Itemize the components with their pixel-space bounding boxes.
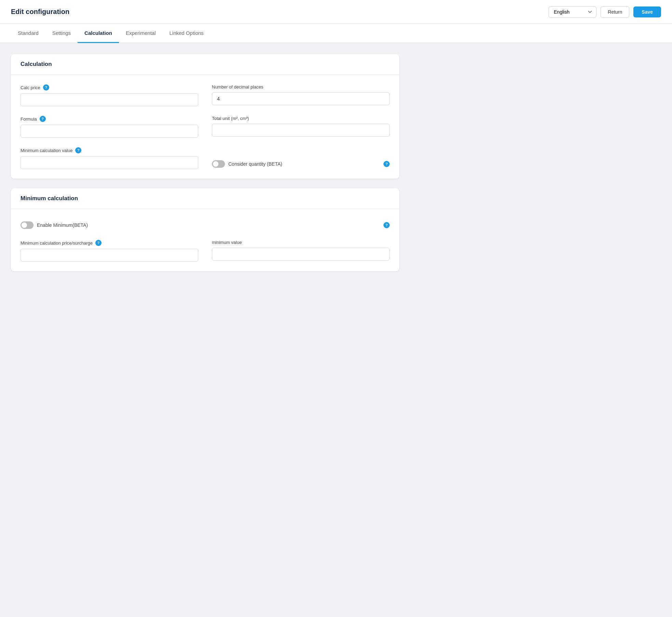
calculation-card-title: Calculation [21, 61, 52, 67]
decimal-places-label-row: Number of decimal places [212, 84, 390, 90]
minimum-calculation-card-header: Minimum calculation [11, 188, 399, 209]
total-unit-label: Total unit (m², cm²) [212, 116, 249, 121]
decimal-places-label: Number of decimal places [212, 84, 263, 90]
minimum-value-group: minimum value [212, 240, 390, 262]
enable-minimum-toggle-left: Enable Minimum(BETA) [21, 221, 88, 229]
tabs-bar: Standard Settings Calculation Experiment… [0, 24, 672, 43]
tab-linked-options[interactable]: Linked Options [163, 24, 211, 43]
formula-input[interactable] [21, 125, 198, 138]
header: Edit configuration English French German… [0, 0, 672, 24]
enable-minimum-help-icon[interactable]: ? [384, 222, 390, 228]
min-price-label: Minimum calculation price/surcharge [21, 241, 93, 246]
main-content: Calculation Calc price ? Number of decim… [0, 43, 410, 292]
consider-quantity-row: Consider quantity (BETA) ? [212, 160, 390, 168]
enable-minimum-toggle[interactable] [21, 221, 33, 229]
calculation-card-body: Calc price ? Number of decimal places Fo… [11, 75, 399, 179]
min-price-help-icon[interactable]: ? [95, 240, 102, 246]
calc-price-help-icon[interactable]: ? [43, 84, 49, 91]
total-unit-group: Total unit (m², cm²) [212, 116, 390, 138]
total-unit-label-row: Total unit (m², cm²) [212, 116, 390, 121]
tab-standard[interactable]: Standard [11, 24, 45, 43]
minimum-value-label-row: minimum value [212, 240, 390, 245]
decimal-places-group: Number of decimal places [212, 84, 390, 106]
min-calc-value-group: Minimum calculation value ? [21, 147, 198, 169]
min-calc-value-help-icon[interactable]: ? [75, 147, 81, 153]
formula-label-row: Formula ? [21, 116, 198, 122]
calc-price-input[interactable] [21, 93, 198, 106]
return-button[interactable]: Return [601, 6, 629, 18]
minimum-value-label: minimum value [212, 240, 242, 245]
calculation-card-header: Calculation [11, 54, 399, 75]
calculation-card: Calculation Calc price ? Number of decim… [11, 54, 399, 179]
tab-calculation[interactable]: Calculation [78, 24, 119, 43]
decimal-places-input[interactable] [212, 92, 390, 105]
formula-group: Formula ? [21, 116, 198, 138]
min-calc-value-input[interactable] [21, 156, 198, 169]
header-actions: English French German Spanish Return Sav… [549, 6, 661, 18]
min-calc-value-label: Minimum calculation value [21, 148, 72, 153]
enable-minimum-row: Enable Minimum(BETA) ? [21, 221, 390, 229]
calc-price-label: Calc price [21, 85, 40, 90]
minimum-value-input[interactable] [212, 248, 390, 261]
language-select[interactable]: English French German Spanish [549, 6, 596, 18]
formula-help-icon[interactable]: ? [40, 116, 46, 122]
min-price-input[interactable] [21, 249, 198, 262]
page-title: Edit configuration [11, 8, 69, 16]
formula-label: Formula [21, 116, 37, 122]
consider-quantity-toggle[interactable] [212, 160, 225, 168]
min-calc-value-label-row: Minimum calculation value ? [21, 147, 198, 153]
total-unit-input[interactable] [212, 124, 390, 137]
minimum-calculation-card-title: Minimum calculation [21, 195, 78, 202]
consider-quantity-help-icon[interactable]: ? [384, 161, 390, 167]
calculation-form-grid: Calc price ? Number of decimal places Fo… [21, 84, 390, 169]
enable-minimum-label: Enable Minimum(BETA) [37, 222, 88, 228]
consider-quantity-group: Consider quantity (BETA) ? [212, 147, 390, 169]
tab-settings[interactable]: Settings [45, 24, 78, 43]
tab-experimental[interactable]: Experimental [119, 24, 163, 43]
min-price-label-row: Minimum calculation price/surcharge ? [21, 240, 198, 246]
save-button[interactable]: Save [633, 6, 661, 17]
min-price-group: Minimum calculation price/surcharge ? [21, 240, 198, 262]
minimum-calculation-card: Minimum calculation Enable Minimum(BETA)… [11, 188, 399, 271]
minimum-calculation-card-body: Enable Minimum(BETA) ? Minimum calculati… [11, 209, 399, 271]
minimum-calculation-form-grid: Minimum calculation price/surcharge ? mi… [21, 240, 390, 262]
calc-price-group: Calc price ? [21, 84, 198, 106]
consider-quantity-toggle-left: Consider quantity (BETA) [212, 160, 282, 168]
consider-quantity-label: Consider quantity (BETA) [228, 161, 282, 167]
calc-price-label-row: Calc price ? [21, 84, 198, 91]
